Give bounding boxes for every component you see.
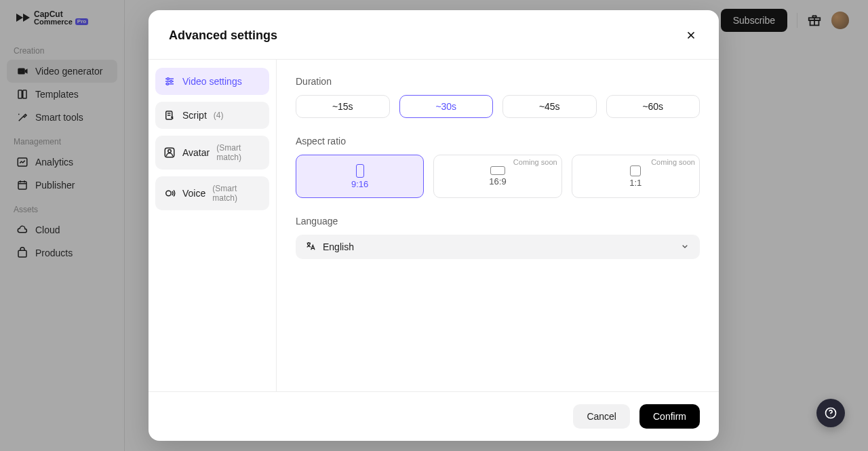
svg-point-16 [831,416,831,416]
advanced-settings-modal: Advanced settings Video settings Script … [149,10,719,441]
aspect-option-16-9: Coming soon 16:9 [433,155,561,198]
nav-label: Video settings [182,76,242,87]
nav-sublabel: (Smart match) [216,143,261,162]
close-button[interactable] [684,28,698,43]
duration-option-60s[interactable]: ~60s [606,95,701,118]
help-button[interactable] [816,399,845,427]
modal-nav: Video settings Script (4) Avatar (Smart … [149,60,277,391]
duration-option-15s[interactable]: ~15s [296,95,390,118]
aspect-options: 9:16 Coming soon 16:9 Coming soon 1:1 [296,155,700,198]
ratio-label: 16:9 [489,176,506,187]
coming-soon-badge: Coming soon [651,158,695,166]
ratio-label: 1:1 [629,178,642,188]
svg-point-14 [166,191,172,196]
language-label: Language [296,216,700,227]
aspect-option-9-16[interactable]: 9:16 [296,155,424,198]
ratio-shape-1-1-icon [630,165,641,176]
nav-script[interactable]: Script (4) [155,102,269,129]
duration-option-45s[interactable]: ~45s [502,95,597,118]
coming-soon-badge: Coming soon [513,158,557,166]
voice-icon [163,187,176,199]
duration-option-30s[interactable]: ~30s [399,95,494,118]
script-icon [163,109,176,121]
modal-footer: Cancel Confirm [149,391,719,441]
ratio-shape-16-9-icon [490,166,505,175]
nav-label: Avatar [182,147,210,158]
language-select[interactable]: English [296,235,700,259]
cancel-button[interactable]: Cancel [573,404,630,429]
close-icon [685,29,697,41]
nav-sublabel: (4) [214,111,224,120]
sliders-icon [163,75,176,87]
chevron-down-icon [679,241,690,254]
duration-label: Duration [296,76,700,87]
confirm-button[interactable]: Confirm [639,404,700,429]
nav-label: Script [182,110,207,121]
modal-title: Advanced settings [169,28,277,43]
language-value: English [323,241,354,252]
aspect-option-1-1: Coming soon 1:1 [572,155,700,198]
svg-point-8 [167,78,169,80]
avatar-icon [163,146,176,159]
svg-point-10 [167,83,169,85]
nav-label: Voice [182,188,205,199]
nav-sublabel: (Smart match) [212,184,261,203]
help-icon [824,406,837,420]
modal-content: Duration ~15s ~30s ~45s ~60s Aspect rati… [277,60,719,391]
ratio-shape-9-16-icon [356,164,364,178]
nav-video-settings[interactable]: Video settings [155,68,269,95]
modal-header: Advanced settings [149,10,719,59]
nav-avatar[interactable]: Avatar (Smart match) [155,136,269,170]
duration-options: ~15s ~30s ~45s ~60s [296,95,700,118]
svg-point-9 [170,81,172,83]
aspect-label: Aspect ratio [296,136,700,146]
svg-point-12 [168,150,172,153]
translate-icon [305,241,316,254]
ratio-label: 9:16 [351,179,368,189]
nav-voice[interactable]: Voice (Smart match) [155,176,269,210]
